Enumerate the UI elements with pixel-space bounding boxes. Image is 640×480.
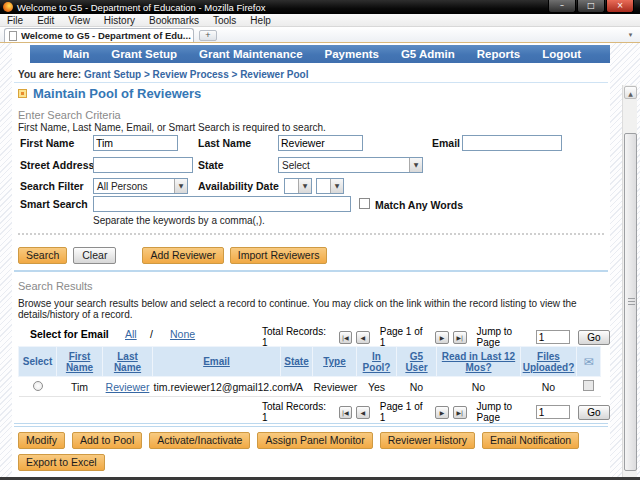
page-indicator: Page 1 of 1 bbox=[380, 326, 426, 348]
col-state[interactable]: State bbox=[284, 356, 308, 367]
menu-file[interactable]: File bbox=[0, 14, 30, 27]
browser-window: Welcome to G5 - Department of Education … bbox=[0, 0, 640, 480]
match-any-words-checkbox[interactable] bbox=[359, 198, 370, 209]
col-read-last-12[interactable]: Read in Last 12 Mos? bbox=[442, 351, 515, 373]
chevron-down-icon[interactable]: ▼ bbox=[298, 179, 311, 193]
jump-to-page-label: Jump to Page bbox=[477, 326, 532, 348]
select-all-link[interactable]: All bbox=[117, 328, 145, 340]
availability-month-select[interactable]: ▼ bbox=[284, 178, 312, 194]
nav-payments[interactable]: Payments bbox=[314, 45, 390, 63]
menu-view[interactable]: View bbox=[61, 14, 97, 27]
nav-grant-setup[interactable]: Grant Setup bbox=[100, 45, 188, 63]
prev-page-button[interactable]: ◀ bbox=[356, 331, 370, 344]
smart-search-hint: Separate the keywords by a comma(,). bbox=[93, 215, 265, 226]
search-button[interactable]: Search bbox=[18, 247, 67, 264]
reviewer-history-button[interactable]: Reviewer History bbox=[380, 432, 475, 449]
nav-main[interactable]: Main bbox=[52, 45, 100, 63]
search-form: First Name Last Name Email Street Addres… bbox=[12, 135, 610, 227]
chevron-down-icon[interactable]: ▼ bbox=[409, 158, 422, 172]
nav-grant-maintenance[interactable]: Grant Maintenance bbox=[188, 45, 314, 63]
search-filter-select[interactable]: All Persons ▼ bbox=[93, 178, 188, 194]
active-tab[interactable]: Welcome to G5 - Department of Edu... bbox=[4, 28, 194, 42]
col-last-name[interactable]: Last Name bbox=[114, 351, 141, 373]
smart-search-input[interactable] bbox=[93, 196, 351, 212]
export-to-excel-button[interactable]: Export to Excel bbox=[18, 454, 105, 471]
col-files-uploaded[interactable]: Files Uploaded? bbox=[523, 351, 575, 373]
jump-to-page-input[interactable] bbox=[536, 330, 570, 344]
page-title: Maintain Pool of Reviewers bbox=[33, 86, 201, 101]
nav-g5-admin[interactable]: G5 Admin bbox=[390, 45, 466, 63]
last-page-button[interactable]: ▶| bbox=[453, 331, 467, 344]
chevron-down-icon[interactable]: ▼ bbox=[330, 179, 343, 193]
prev-page-button[interactable]: ◀ bbox=[356, 406, 370, 419]
scrollbar-thumb[interactable] bbox=[624, 133, 637, 471]
first-page-button[interactable]: |◀ bbox=[339, 331, 353, 344]
last-page-button[interactable]: ▶| bbox=[453, 406, 467, 419]
pagination-top: Total Records: 1 |◀ ◀ Page 1 of 1 ▶ ▶| J… bbox=[262, 326, 610, 348]
cell-g5-user: No bbox=[397, 377, 437, 397]
col-in-pool[interactable]: In Pool? bbox=[363, 351, 391, 373]
list-tabs-icon[interactable]: ▾ bbox=[624, 30, 637, 41]
col-type[interactable]: Type bbox=[323, 356, 346, 367]
assign-panel-monitor-button[interactable]: Assign Panel Monitor bbox=[257, 432, 372, 449]
browse-note: Browse your search results below and sel… bbox=[18, 298, 610, 320]
last-name-input[interactable] bbox=[278, 135, 363, 151]
go-button[interactable]: Go bbox=[578, 405, 610, 420]
minimize-button[interactable]: – bbox=[548, 0, 576, 13]
maximize-button[interactable]: □ bbox=[577, 0, 605, 13]
nav-logout[interactable]: Logout bbox=[531, 45, 592, 63]
close-button[interactable]: × bbox=[606, 0, 634, 13]
state-select[interactable]: Select ▼ bbox=[278, 157, 423, 173]
scroll-up-icon[interactable]: ▲ bbox=[624, 86, 637, 99]
cell-type: Reviewer bbox=[313, 377, 357, 397]
go-button[interactable]: Go bbox=[578, 330, 610, 345]
email-input[interactable] bbox=[462, 135, 562, 151]
chevron-down-icon[interactable]: ▼ bbox=[174, 179, 187, 193]
scrollbar-grip bbox=[628, 298, 635, 305]
cell-first-name: Tim bbox=[57, 377, 103, 397]
page-icon bbox=[9, 31, 17, 41]
new-tab-button[interactable]: + bbox=[199, 30, 217, 41]
nav-reports[interactable]: Reports bbox=[466, 45, 531, 63]
menu-bookmarks[interactable]: Bookmarks bbox=[142, 14, 206, 27]
col-email[interactable]: Email bbox=[203, 356, 230, 367]
email-notification-button[interactable]: Email Notification bbox=[482, 432, 579, 449]
table-row: Tim Reviewer tim.reviewer12@gmail12.com … bbox=[19, 377, 601, 397]
availability-day-select[interactable]: ▼ bbox=[316, 178, 344, 194]
smart-search-label: Smart Search bbox=[20, 198, 88, 210]
col-g5-user[interactable]: G5 User bbox=[405, 351, 427, 373]
vertical-scrollbar[interactable]: ▲ ▼ bbox=[622, 85, 637, 480]
total-records: Total Records: 1 bbox=[262, 326, 327, 348]
double-divider bbox=[14, 423, 608, 427]
section-divider bbox=[14, 270, 608, 272]
first-name-input[interactable] bbox=[93, 135, 178, 151]
menu-history[interactable]: History bbox=[97, 14, 142, 27]
menu-help[interactable]: Help bbox=[243, 14, 278, 27]
row-select-radio[interactable] bbox=[33, 381, 43, 391]
search-criteria-heading: Enter Search Criteria bbox=[18, 109, 610, 121]
street-address-input[interactable] bbox=[93, 157, 193, 173]
next-page-button[interactable]: ▶ bbox=[435, 406, 449, 419]
menu-tools[interactable]: Tools bbox=[206, 14, 243, 27]
breadcrumb-path[interactable]: Grant Setup > Review Process > Reviewer … bbox=[84, 69, 309, 80]
first-page-button[interactable]: |◀ bbox=[339, 406, 353, 419]
col-first-name[interactable]: First Name bbox=[66, 351, 93, 373]
row-email-checkbox[interactable] bbox=[583, 380, 594, 391]
cell-in-pool: Yes bbox=[357, 377, 397, 397]
select-none-link[interactable]: None bbox=[162, 328, 203, 340]
street-address-label: Street Address bbox=[20, 159, 94, 171]
import-reviewers-button[interactable]: Import Reviewers bbox=[230, 247, 328, 264]
activate-inactivate-button[interactable]: Activate/Inactivate bbox=[149, 432, 250, 449]
next-page-button[interactable]: ▶ bbox=[435, 331, 449, 344]
col-select: Select bbox=[23, 356, 52, 367]
state-select-value: Select bbox=[282, 160, 310, 171]
add-to-pool-button[interactable]: Add to Pool bbox=[72, 432, 142, 449]
modify-button[interactable]: Modify bbox=[18, 432, 65, 449]
cell-last-name-link[interactable]: Reviewer bbox=[106, 381, 150, 393]
jump-to-page-input[interactable] bbox=[536, 405, 570, 419]
add-reviewer-button[interactable]: Add Reviewer bbox=[142, 247, 223, 264]
page-indicator: Page 1 of 1 bbox=[380, 401, 426, 423]
menu-edit[interactable]: Edit bbox=[30, 14, 61, 27]
search-filter-label: Search Filter bbox=[20, 180, 84, 192]
clear-button[interactable]: Clear bbox=[73, 247, 116, 264]
